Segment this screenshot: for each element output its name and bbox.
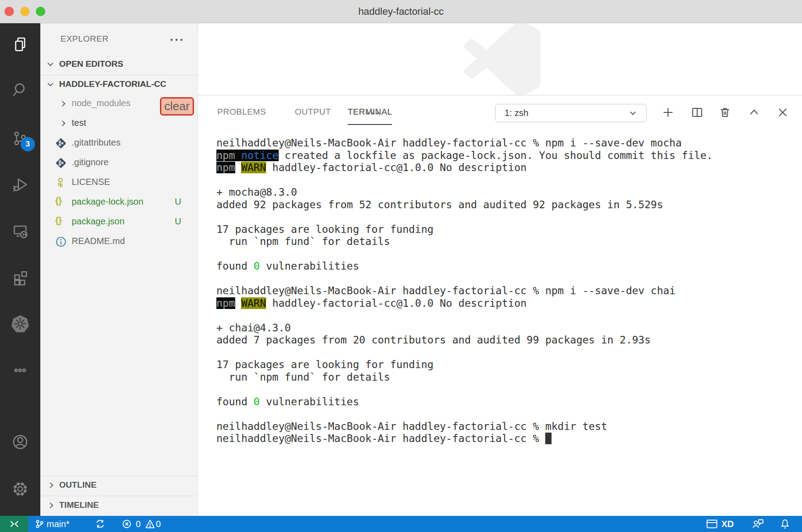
sync-icon	[95, 519, 106, 529]
problems-status-item[interactable]: 0 0	[122, 516, 161, 532]
terminal-line	[216, 309, 713, 322]
warning-icon	[145, 519, 155, 529]
section-divider	[40, 496, 198, 496]
vscode-window: haddley-factorial-cc 3	[0, 0, 802, 532]
terminal-line: run `npm fund` for details	[216, 236, 713, 248]
settings-gear-icon[interactable]	[11, 480, 29, 498]
remote-explorer-icon[interactable]	[11, 222, 29, 240]
terminal-line	[216, 273, 713, 285]
terminal-line	[216, 211, 713, 223]
branch-icon	[35, 519, 44, 528]
run-debug-icon[interactable]	[11, 176, 29, 193]
xd-label: XD	[721, 519, 734, 529]
project-root-header[interactable]: HADDLEY-FACTORIAL-CC	[40, 76, 198, 94]
json-file-icon: {}	[55, 215, 67, 227]
terminal-line: 17 packages are looking for funding	[216, 223, 713, 236]
chevron-right-icon	[47, 502, 53, 508]
terminal-line: found 0 vulnerabilities	[216, 396, 713, 408]
terminal-line: npm notice created a lockfile as package…	[216, 150, 713, 162]
layout-panel-icon	[706, 519, 718, 529]
bell-icon	[780, 519, 790, 529]
json-file-icon: {}	[55, 195, 67, 207]
tree-item-readme[interactable]: README.md	[40, 232, 198, 252]
source-control-badge: 3	[21, 137, 35, 151]
terminal-line: neilhaddley@Neils-MacBook-Air haddley-fa…	[216, 420, 713, 433]
file-name: LICENSE	[72, 177, 110, 187]
terminal-line: 17 packages are looking for funding	[216, 359, 713, 371]
chevron-down-icon	[630, 109, 636, 115]
error-count: 0	[136, 519, 141, 529]
kill-terminal-icon[interactable]	[719, 107, 731, 118]
title-bar: haddley-factorial-cc	[0, 0, 802, 23]
terminal-line: added 7 packages from 20 contributors an…	[216, 334, 713, 347]
tree-item-package-lock[interactable]: {} package-lock.json U	[40, 193, 198, 212]
project-root-label: HADDLEY-FACTORIAL-CC	[59, 79, 166, 89]
terminal-shell-select[interactable]: 1: zsh	[495, 104, 647, 122]
outline-label: OUTLINE	[59, 480, 96, 490]
kubernetes-icon[interactable]	[11, 315, 29, 333]
terminal-line: + mocha@8.3.0	[216, 186, 713, 199]
terminal-line: npm WARN haddley-factorial-cc@1.0.0 No d…	[216, 162, 713, 174]
terminal-line	[216, 408, 713, 420]
clear-annotation: clear	[160, 97, 194, 116]
sidebar-title: EXPLORER	[60, 34, 108, 44]
remote-indicator[interactable]	[0, 516, 28, 532]
tab-output[interactable]: OUTPUT	[295, 107, 331, 117]
error-icon	[122, 519, 132, 529]
editor-area	[198, 24, 802, 95]
terminal-line	[216, 383, 713, 396]
git-file-icon	[55, 137, 67, 149]
terminal-line: + chai@4.3.0	[216, 322, 713, 335]
section-divider	[40, 75, 198, 75]
file-name: .gitattributes	[72, 137, 121, 148]
terminal-line: npm WARN haddley-factorial-cc@1.0.0 No d…	[216, 297, 713, 310]
outline-header[interactable]: OUTLINE	[40, 476, 198, 495]
terminal-line: neilhaddley@Neils-MacBook-Air haddley-fa…	[216, 137, 713, 150]
timeline-header[interactable]: TIMELINE	[40, 497, 198, 515]
activity-bar: 3	[0, 23, 40, 516]
git-file-icon	[55, 157, 67, 169]
close-panel-icon[interactable]	[777, 107, 789, 118]
terminal-line: neilhaddley@Neils-MacBook-Air haddley-fa…	[216, 433, 713, 445]
git-status-badge: U	[175, 216, 181, 227]
branch-name: main*	[47, 519, 69, 529]
split-terminal-icon[interactable]	[691, 107, 703, 118]
tree-item-gitattributes[interactable]: .gitattributes	[40, 133, 198, 153]
explorer-icon[interactable]	[11, 35, 29, 53]
file-name: .gitignore	[72, 157, 108, 167]
git-status-badge: U	[175, 197, 181, 207]
maximize-panel-icon[interactable]	[748, 107, 760, 118]
terminal-content[interactable]: neilhaddley@Neils-MacBook-Air haddley-fa…	[216, 137, 713, 445]
more-actions-icon[interactable]	[11, 361, 29, 379]
chevron-down-icon	[47, 81, 53, 86]
terminal-line	[216, 347, 713, 359]
terminal-line: added 92 packages from 52 contributors a…	[216, 199, 713, 211]
explorer-more-actions-icon[interactable]	[169, 36, 185, 44]
shell-select-value: 1: zsh	[504, 108, 528, 118]
tree-item-test[interactable]: test	[40, 114, 198, 133]
feedback-icon	[752, 519, 764, 529]
file-name: node_modules	[72, 98, 130, 108]
tree-item-license[interactable]: LICENSE	[40, 173, 198, 193]
open-editors-header[interactable]: OPEN EDITORS	[40, 56, 198, 74]
panel-more-tabs-icon[interactable]	[366, 109, 380, 117]
chevron-right-icon	[60, 120, 65, 126]
terminal-line: found 0 vulnerabilities	[216, 260, 713, 273]
xd-status-item[interactable]: XD	[706, 516, 734, 532]
tree-item-gitignore[interactable]: .gitignore	[40, 153, 198, 173]
extensions-icon[interactable]	[11, 269, 29, 287]
open-editors-label: OPEN EDITORS	[59, 59, 123, 69]
terminal-line: neilhaddley@Neils-MacBook-Air haddley-fa…	[216, 285, 713, 297]
window-title: haddley-factorial-cc	[0, 6, 802, 17]
account-icon[interactable]	[11, 433, 29, 451]
chevron-right-icon	[60, 101, 65, 107]
terminal-line: run `npm fund` for details	[216, 371, 713, 384]
new-terminal-icon[interactable]	[662, 107, 674, 118]
tree-item-package-json[interactable]: {} package.json U	[40, 212, 198, 232]
section-divider	[40, 476, 198, 476]
branch-status-item[interactable]: main*	[35, 516, 69, 532]
tab-problems[interactable]: PROBLEMS	[217, 107, 266, 117]
search-icon[interactable]	[11, 81, 29, 99]
terminal-line	[216, 174, 713, 187]
chevron-down-icon	[47, 60, 53, 66]
